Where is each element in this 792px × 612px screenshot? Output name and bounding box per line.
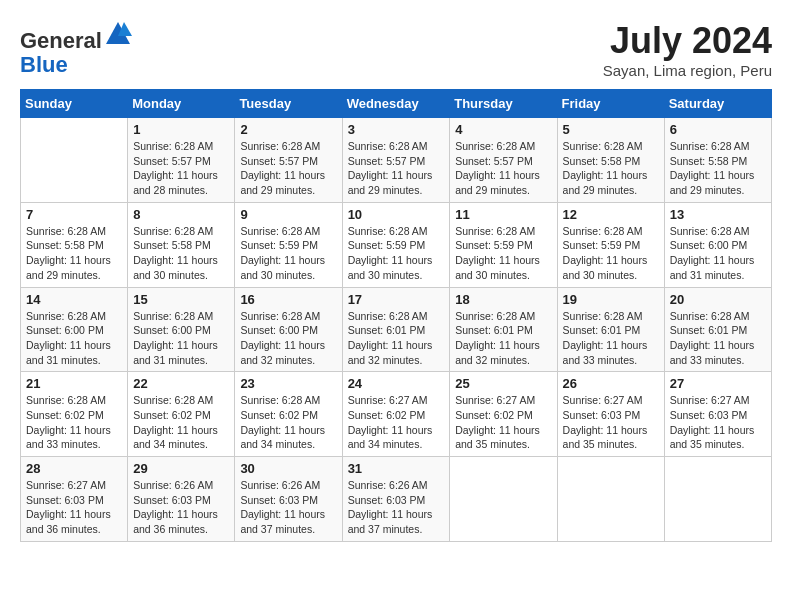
- calendar-cell: 31Sunrise: 6:26 AM Sunset: 6:03 PM Dayli…: [342, 457, 450, 542]
- day-number: 20: [670, 292, 766, 307]
- day-sun-info: Sunrise: 6:28 AM Sunset: 6:01 PM Dayligh…: [455, 309, 551, 368]
- day-sun-info: Sunrise: 6:28 AM Sunset: 5:58 PM Dayligh…: [133, 224, 229, 283]
- calendar-cell: 13Sunrise: 6:28 AM Sunset: 6:00 PM Dayli…: [664, 202, 771, 287]
- calendar-cell: [557, 457, 664, 542]
- day-of-week-header: Friday: [557, 90, 664, 118]
- logo-general-text: General: [20, 28, 102, 53]
- day-sun-info: Sunrise: 6:28 AM Sunset: 6:01 PM Dayligh…: [670, 309, 766, 368]
- day-number: 28: [26, 461, 122, 476]
- calendar-cell: 10Sunrise: 6:28 AM Sunset: 5:59 PM Dayli…: [342, 202, 450, 287]
- day-sun-info: Sunrise: 6:28 AM Sunset: 6:02 PM Dayligh…: [26, 393, 122, 452]
- calendar-header-row: SundayMondayTuesdayWednesdayThursdayFrid…: [21, 90, 772, 118]
- day-number: 11: [455, 207, 551, 222]
- calendar-cell: 16Sunrise: 6:28 AM Sunset: 6:00 PM Dayli…: [235, 287, 342, 372]
- day-number: 17: [348, 292, 445, 307]
- day-of-week-header: Sunday: [21, 90, 128, 118]
- calendar-cell: 19Sunrise: 6:28 AM Sunset: 6:01 PM Dayli…: [557, 287, 664, 372]
- day-number: 15: [133, 292, 229, 307]
- day-number: 29: [133, 461, 229, 476]
- calendar-cell: 9Sunrise: 6:28 AM Sunset: 5:59 PM Daylig…: [235, 202, 342, 287]
- day-sun-info: Sunrise: 6:27 AM Sunset: 6:02 PM Dayligh…: [348, 393, 445, 452]
- day-sun-info: Sunrise: 6:28 AM Sunset: 6:00 PM Dayligh…: [670, 224, 766, 283]
- day-number: 12: [563, 207, 659, 222]
- calendar-cell: 2Sunrise: 6:28 AM Sunset: 5:57 PM Daylig…: [235, 118, 342, 203]
- day-number: 10: [348, 207, 445, 222]
- day-sun-info: Sunrise: 6:26 AM Sunset: 6:03 PM Dayligh…: [240, 478, 336, 537]
- day-sun-info: Sunrise: 6:28 AM Sunset: 5:57 PM Dayligh…: [455, 139, 551, 198]
- day-sun-info: Sunrise: 6:28 AM Sunset: 5:57 PM Dayligh…: [348, 139, 445, 198]
- day-number: 31: [348, 461, 445, 476]
- day-sun-info: Sunrise: 6:28 AM Sunset: 6:01 PM Dayligh…: [563, 309, 659, 368]
- day-sun-info: Sunrise: 6:27 AM Sunset: 6:03 PM Dayligh…: [670, 393, 766, 452]
- day-of-week-header: Wednesday: [342, 90, 450, 118]
- day-sun-info: Sunrise: 6:28 AM Sunset: 5:59 PM Dayligh…: [348, 224, 445, 283]
- day-sun-info: Sunrise: 6:27 AM Sunset: 6:03 PM Dayligh…: [563, 393, 659, 452]
- day-number: 4: [455, 122, 551, 137]
- calendar-cell: 12Sunrise: 6:28 AM Sunset: 5:59 PM Dayli…: [557, 202, 664, 287]
- day-number: 24: [348, 376, 445, 391]
- calendar-week-row: 21Sunrise: 6:28 AM Sunset: 6:02 PM Dayli…: [21, 372, 772, 457]
- calendar-cell: 23Sunrise: 6:28 AM Sunset: 6:02 PM Dayli…: [235, 372, 342, 457]
- month-year-title: July 2024: [603, 20, 772, 62]
- calendar-cell: 20Sunrise: 6:28 AM Sunset: 6:01 PM Dayli…: [664, 287, 771, 372]
- calendar-week-row: 1Sunrise: 6:28 AM Sunset: 5:57 PM Daylig…: [21, 118, 772, 203]
- day-sun-info: Sunrise: 6:27 AM Sunset: 6:03 PM Dayligh…: [26, 478, 122, 537]
- day-sun-info: Sunrise: 6:28 AM Sunset: 6:00 PM Dayligh…: [240, 309, 336, 368]
- calendar-week-row: 28Sunrise: 6:27 AM Sunset: 6:03 PM Dayli…: [21, 457, 772, 542]
- day-sun-info: Sunrise: 6:28 AM Sunset: 6:00 PM Dayligh…: [26, 309, 122, 368]
- day-number: 21: [26, 376, 122, 391]
- calendar-cell: 5Sunrise: 6:28 AM Sunset: 5:58 PM Daylig…: [557, 118, 664, 203]
- day-number: 7: [26, 207, 122, 222]
- logo-blue-text: Blue: [20, 52, 68, 77]
- day-of-week-header: Monday: [128, 90, 235, 118]
- day-number: 9: [240, 207, 336, 222]
- day-number: 5: [563, 122, 659, 137]
- calendar-cell: 22Sunrise: 6:28 AM Sunset: 6:02 PM Dayli…: [128, 372, 235, 457]
- day-number: 18: [455, 292, 551, 307]
- calendar-cell: 11Sunrise: 6:28 AM Sunset: 5:59 PM Dayli…: [450, 202, 557, 287]
- day-number: 27: [670, 376, 766, 391]
- calendar-body: 1Sunrise: 6:28 AM Sunset: 5:57 PM Daylig…: [21, 118, 772, 542]
- day-of-week-header: Thursday: [450, 90, 557, 118]
- day-sun-info: Sunrise: 6:28 AM Sunset: 5:57 PM Dayligh…: [240, 139, 336, 198]
- day-sun-info: Sunrise: 6:27 AM Sunset: 6:02 PM Dayligh…: [455, 393, 551, 452]
- day-number: 19: [563, 292, 659, 307]
- day-number: 16: [240, 292, 336, 307]
- page-header: General Blue July 2024 Sayan, Lima regio…: [20, 20, 772, 79]
- day-sun-info: Sunrise: 6:28 AM Sunset: 5:58 PM Dayligh…: [670, 139, 766, 198]
- day-number: 22: [133, 376, 229, 391]
- day-of-week-header: Tuesday: [235, 90, 342, 118]
- day-sun-info: Sunrise: 6:28 AM Sunset: 5:59 PM Dayligh…: [455, 224, 551, 283]
- calendar-cell: 3Sunrise: 6:28 AM Sunset: 5:57 PM Daylig…: [342, 118, 450, 203]
- day-sun-info: Sunrise: 6:28 AM Sunset: 6:01 PM Dayligh…: [348, 309, 445, 368]
- calendar-cell: 7Sunrise: 6:28 AM Sunset: 5:58 PM Daylig…: [21, 202, 128, 287]
- calendar-cell: 18Sunrise: 6:28 AM Sunset: 6:01 PM Dayli…: [450, 287, 557, 372]
- day-sun-info: Sunrise: 6:28 AM Sunset: 5:57 PM Dayligh…: [133, 139, 229, 198]
- calendar-cell: 15Sunrise: 6:28 AM Sunset: 6:00 PM Dayli…: [128, 287, 235, 372]
- day-sun-info: Sunrise: 6:28 AM Sunset: 5:59 PM Dayligh…: [563, 224, 659, 283]
- calendar-cell: 28Sunrise: 6:27 AM Sunset: 6:03 PM Dayli…: [21, 457, 128, 542]
- day-number: 1: [133, 122, 229, 137]
- day-sun-info: Sunrise: 6:26 AM Sunset: 6:03 PM Dayligh…: [133, 478, 229, 537]
- day-number: 6: [670, 122, 766, 137]
- day-number: 14: [26, 292, 122, 307]
- day-number: 25: [455, 376, 551, 391]
- calendar-week-row: 14Sunrise: 6:28 AM Sunset: 6:00 PM Dayli…: [21, 287, 772, 372]
- location-subtitle: Sayan, Lima region, Peru: [603, 62, 772, 79]
- calendar-cell: 6Sunrise: 6:28 AM Sunset: 5:58 PM Daylig…: [664, 118, 771, 203]
- day-sun-info: Sunrise: 6:26 AM Sunset: 6:03 PM Dayligh…: [348, 478, 445, 537]
- day-number: 13: [670, 207, 766, 222]
- calendar-cell: 30Sunrise: 6:26 AM Sunset: 6:03 PM Dayli…: [235, 457, 342, 542]
- calendar-cell: [450, 457, 557, 542]
- calendar-cell: 14Sunrise: 6:28 AM Sunset: 6:00 PM Dayli…: [21, 287, 128, 372]
- calendar-cell: 4Sunrise: 6:28 AM Sunset: 5:57 PM Daylig…: [450, 118, 557, 203]
- day-number: 3: [348, 122, 445, 137]
- calendar-cell: [664, 457, 771, 542]
- day-of-week-header: Saturday: [664, 90, 771, 118]
- day-number: 8: [133, 207, 229, 222]
- calendar-cell: 26Sunrise: 6:27 AM Sunset: 6:03 PM Dayli…: [557, 372, 664, 457]
- day-number: 23: [240, 376, 336, 391]
- day-number: 30: [240, 461, 336, 476]
- day-sun-info: Sunrise: 6:28 AM Sunset: 6:02 PM Dayligh…: [133, 393, 229, 452]
- day-sun-info: Sunrise: 6:28 AM Sunset: 5:58 PM Dayligh…: [563, 139, 659, 198]
